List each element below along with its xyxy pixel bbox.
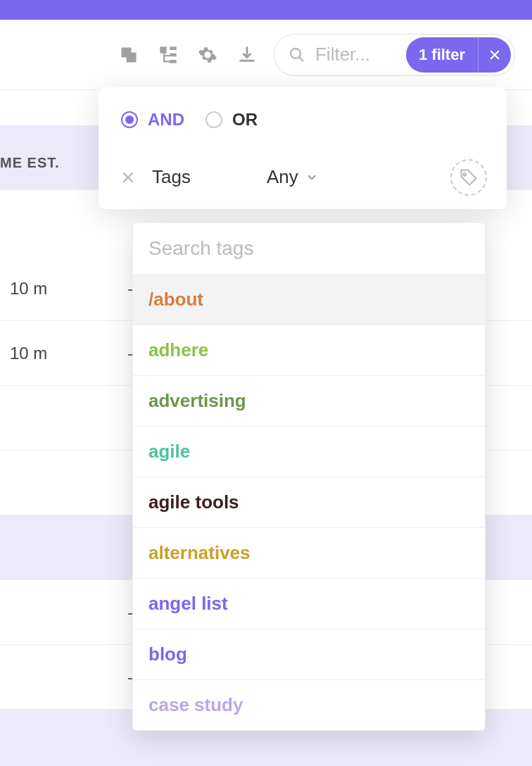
tag-search [133, 223, 485, 274]
tag-search-input[interactable] [148, 237, 469, 260]
logic-and-label: AND [148, 110, 184, 130]
download-icon[interactable] [237, 45, 257, 65]
gear-icon[interactable] [198, 45, 217, 65]
close-icon [488, 49, 501, 61]
top-band [0, 0, 532, 20]
svg-line-8 [299, 57, 303, 61]
subtask-icon[interactable] [158, 45, 178, 65]
tag-dropdown: /aboutadhereadvertisingagileagile toolsa… [132, 222, 486, 731]
svg-rect-5 [163, 55, 170, 56]
tag-option[interactable]: blog [133, 629, 485, 679]
logic-and-radio[interactable]: AND [121, 110, 184, 130]
filter-clear-button[interactable] [478, 37, 511, 73]
radio-icon [205, 111, 222, 128]
filter-criteria-row: Tags Any [99, 149, 507, 210]
tag-option[interactable]: agile tools [133, 477, 485, 527]
time-est-value: 10 m [10, 279, 47, 299]
col-header-time-est: ME EST. [0, 134, 60, 182]
svg-rect-0 [160, 46, 166, 53]
filter-count-badge[interactable]: 1 filter [406, 37, 511, 73]
filter-field-name: Tags [152, 166, 191, 188]
time-est-value: 10 m [10, 344, 47, 363]
svg-rect-4 [163, 53, 165, 61]
svg-rect-2 [170, 53, 176, 56]
remove-criteria-icon[interactable] [121, 170, 135, 184]
svg-rect-6 [163, 61, 170, 62]
logic-or-label: OR [232, 110, 258, 130]
tag-option[interactable]: agile [133, 426, 485, 477]
tag-picker-button[interactable] [450, 159, 487, 196]
tag-option[interactable]: angel list [133, 578, 485, 629]
tag-option[interactable]: adhere [133, 325, 485, 375]
tag-option[interactable]: advertising [133, 375, 485, 426]
svg-point-7 [291, 49, 300, 58]
toolbar-icons [119, 45, 257, 65]
filter-panel: AND OR Tags Any [99, 87, 507, 210]
chevron-down-icon [305, 171, 318, 184]
svg-rect-3 [170, 60, 176, 63]
radio-icon [121, 111, 138, 128]
tag-icon [459, 168, 479, 187]
filter-count-label: 1 filter [406, 46, 478, 64]
tag-option[interactable]: alternatives [133, 527, 485, 578]
logic-or-radio[interactable]: OR [205, 110, 258, 130]
logic-row: AND OR [99, 87, 507, 149]
tag-option[interactable]: /about [133, 274, 485, 325]
tag-list: /aboutadhereadvertisingagileagile toolsa… [133, 274, 485, 730]
search-icon [289, 46, 305, 63]
filter-pill: 1 filter [274, 34, 515, 76]
filter-operator-label: Any [267, 166, 298, 188]
svg-rect-1 [170, 46, 176, 50]
copy-icon[interactable] [119, 45, 139, 65]
filter-input[interactable] [315, 44, 393, 65]
tag-option[interactable]: case study [133, 679, 485, 730]
toolbar: 1 filter [0, 20, 532, 90]
filter-operator-select[interactable]: Any [267, 166, 318, 188]
